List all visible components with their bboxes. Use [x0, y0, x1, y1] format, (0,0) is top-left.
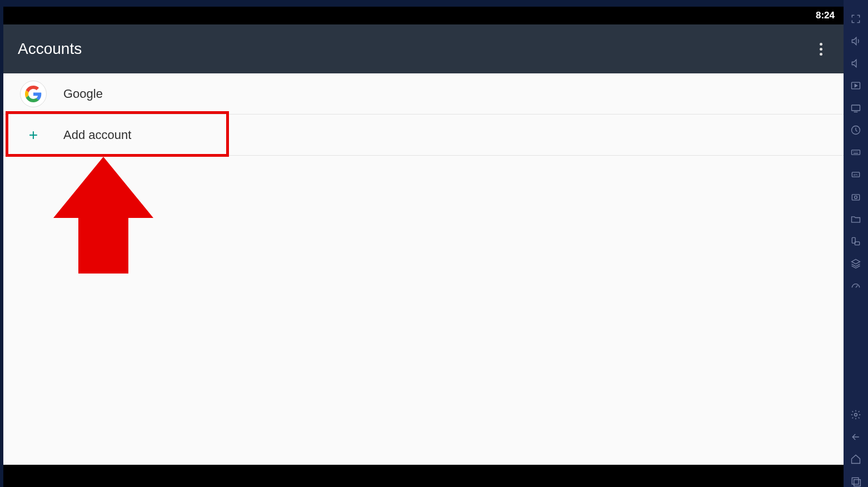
- screenshot-icon[interactable]: [850, 191, 861, 202]
- svg-text:APK: APK: [854, 173, 859, 176]
- accounts-header: Accounts: [3, 24, 844, 73]
- google-icon: [20, 81, 47, 107]
- add-account-row[interactable]: + Add account: [3, 115, 844, 156]
- page-title: Accounts: [18, 40, 82, 58]
- recents-icon[interactable]: [850, 476, 861, 487]
- svg-rect-2: [852, 105, 860, 111]
- tv-icon[interactable]: [850, 102, 861, 113]
- svg-rect-12: [852, 478, 859, 484]
- folder-icon[interactable]: [850, 213, 861, 225]
- svg-marker-0: [53, 157, 153, 274]
- rotate-icon[interactable]: [850, 236, 861, 247]
- plus-icon: +: [20, 126, 47, 144]
- volume-down-icon[interactable]: [850, 58, 861, 69]
- clock-icon[interactable]: [850, 125, 861, 136]
- fullscreen-icon[interactable]: [850, 13, 861, 24]
- account-row-google[interactable]: Google: [3, 73, 844, 115]
- play-in-frame-icon[interactable]: [850, 80, 861, 91]
- svg-point-8: [855, 196, 857, 198]
- speedometer-icon[interactable]: [850, 280, 861, 291]
- status-time: 8:24: [816, 10, 835, 21]
- svg-rect-13: [854, 480, 861, 486]
- overflow-menu-button[interactable]: [812, 41, 829, 57]
- home-icon[interactable]: [850, 454, 861, 465]
- svg-point-11: [855, 414, 857, 416]
- layers-icon[interactable]: [850, 258, 861, 269]
- bluestacks-sidebar: APK: [844, 0, 868, 487]
- accounts-content: Google + Add account: [3, 73, 844, 465]
- keyboard-icon[interactable]: [850, 147, 861, 158]
- annotation-arrow-icon: [53, 157, 153, 274]
- frame-top-bar: [0, 0, 868, 6]
- svg-rect-7: [852, 195, 859, 200]
- apk-icon[interactable]: APK: [850, 169, 861, 180]
- android-status-bar: 8:24: [3, 7, 844, 24]
- account-label: Google: [63, 87, 103, 101]
- add-account-label: Add account: [63, 128, 131, 142]
- back-icon[interactable]: [850, 431, 861, 443]
- android-bottom-bar: [3, 465, 844, 487]
- svg-rect-4: [852, 150, 860, 155]
- volume-up-icon[interactable]: [850, 36, 861, 47]
- settings-icon[interactable]: [850, 409, 861, 420]
